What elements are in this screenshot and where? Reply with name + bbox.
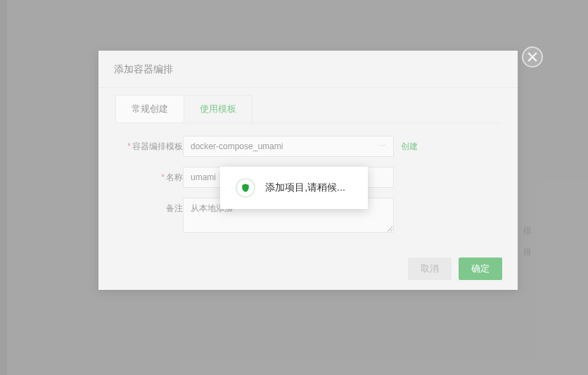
toast-message: 添加项目,请稍候... xyxy=(265,182,345,194)
spinner-icon xyxy=(236,178,255,198)
toast-overlay: 添加项目,请稍候... xyxy=(0,0,588,375)
loading-toast: 添加项目,请稍候... xyxy=(220,167,368,209)
shield-icon xyxy=(241,183,250,193)
